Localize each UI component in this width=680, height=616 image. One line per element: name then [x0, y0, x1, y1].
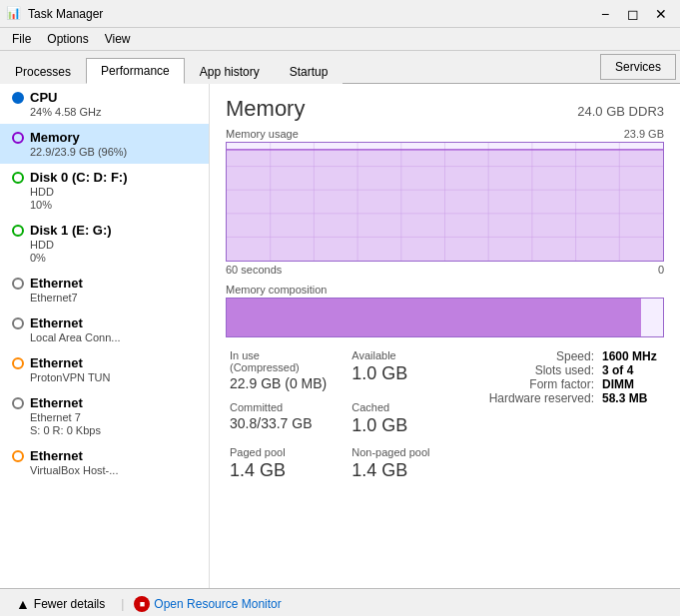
non-paged-pool-value: 1.4 GB	[351, 460, 449, 481]
speed-label: Speed:	[474, 349, 602, 363]
composition-label: Memory composition	[226, 284, 664, 296]
fewer-details-label: Fewer details	[34, 597, 105, 611]
disk0-sub1: HDD	[12, 186, 199, 198]
form-value: DIMM	[602, 377, 664, 391]
sidebar-item-cpu[interactable]: CPU 24% 4.58 GHz	[0, 84, 209, 124]
minimize-button[interactable]: −	[592, 4, 618, 24]
bottom-bar: ▲ Fewer details | ■ Open Resource Monito…	[0, 588, 680, 616]
eth3-label: Ethernet	[30, 355, 83, 370]
disk1-status-dot	[12, 225, 24, 237]
memory-header: Memory 24.0 GB DDR3	[226, 96, 664, 122]
cpu-label: CPU	[30, 90, 57, 105]
memory-title: Memory	[226, 96, 305, 122]
sidebar-item-eth4[interactable]: Ethernet Ethernet 7 S: 0 R: 0 Kbps	[0, 389, 209, 442]
committed-value: 30.8/33.7 GB	[230, 415, 328, 431]
committed-label: Committed	[230, 401, 328, 413]
in-use-label: In use (Compressed)	[230, 349, 328, 373]
cpu-sub: 24% 4.58 GHz	[12, 106, 199, 118]
usage-chart-section: Memory usage 23.9 GB	[226, 128, 664, 276]
eth2-status-dot	[12, 317, 24, 329]
paged-pool-label: Paged pool	[230, 446, 328, 458]
stats-grid: In use (Compressed) 22.9 GB (0 MB) Avail…	[226, 349, 454, 481]
stat-in-use: In use (Compressed) 22.9 GB (0 MB)	[226, 349, 332, 391]
disk0-status-dot	[12, 172, 24, 184]
right-stats-speed-row: Speed: 1600 MHz	[474, 349, 664, 363]
tab-app-history[interactable]: App history	[185, 59, 275, 84]
maximize-button[interactable]: ◻	[620, 4, 646, 24]
memory-composition-chart	[226, 298, 664, 337]
open-resource-monitor-link[interactable]: ■ Open Resource Monitor	[134, 596, 281, 612]
eth4-sub2: S: 0 R: 0 Kbps	[12, 424, 199, 436]
eth2-label: Ethernet	[30, 315, 83, 330]
fewer-details-button[interactable]: ▲ Fewer details	[10, 594, 111, 614]
memory-usage-chart	[226, 142, 664, 262]
tab-bar: Processes Performance App history Startu…	[0, 51, 680, 84]
slots-value: 3 of 4	[602, 363, 664, 377]
tab-services[interactable]: Services	[600, 54, 676, 80]
hw-reserved-value: 58.3 MB	[602, 391, 664, 405]
main-content: CPU 24% 4.58 GHz Memory 22.9/23.9 GB (96…	[0, 84, 680, 588]
sidebar-item-eth2[interactable]: Ethernet Local Area Conn...	[0, 309, 209, 349]
resource-monitor-icon: ■	[134, 596, 150, 612]
eth5-label: Ethernet	[30, 448, 83, 463]
eth1-sub: Ethernet7	[12, 292, 199, 304]
stat-non-paged-pool: Non-paged pool 1.4 GB	[347, 446, 453, 481]
sidebar-item-memory[interactable]: Memory 22.9/23.9 GB (96%)	[0, 124, 209, 164]
eth4-sub1: Ethernet 7	[12, 411, 199, 423]
menu-view[interactable]: View	[97, 30, 139, 48]
disk0-sub2: 10%	[12, 199, 199, 211]
sidebar-item-disk1[interactable]: Disk 1 (E: G:) HDD 0%	[0, 217, 209, 270]
svg-marker-13	[227, 150, 663, 261]
right-stats-form-row: Form factor: DIMM	[474, 377, 664, 391]
chart-label: Memory usage 23.9 GB	[226, 128, 664, 140]
eth5-status-dot	[12, 450, 24, 462]
stat-available: Available 1.0 GB	[347, 349, 453, 391]
eth1-status-dot	[12, 278, 24, 290]
stat-committed: Committed 30.8/33.7 GB	[226, 401, 332, 436]
sidebar-item-disk0[interactable]: Disk 0 (C: D: F:) HDD 10%	[0, 164, 209, 217]
menu-options[interactable]: Options	[39, 30, 96, 48]
window-controls: − ◻ ✕	[592, 4, 674, 24]
menu-bar: File Options View	[0, 28, 680, 51]
right-stats-hw-reserved-row: Hardware reserved: 58.3 MB	[474, 391, 664, 405]
eth3-sub: ProtonVPN TUN	[12, 371, 199, 383]
sidebar-item-eth1[interactable]: Ethernet Ethernet7	[0, 270, 209, 309]
stats-section: In use (Compressed) 22.9 GB (0 MB) Avail…	[226, 349, 664, 481]
memory-spec: 24.0 GB DDR3	[577, 104, 664, 119]
tab-performance[interactable]: Performance	[86, 58, 185, 84]
memory-sub: 22.9/23.9 GB (96%)	[12, 146, 199, 158]
in-use-value: 22.9 GB (0 MB)	[230, 375, 328, 391]
app-icon: 📊	[6, 6, 22, 22]
disk1-label: Disk 1 (E: G:)	[30, 223, 112, 238]
tab-startup[interactable]: Startup	[275, 59, 343, 84]
right-stats-slots-row: Slots used: 3 of 4	[474, 363, 664, 377]
separator: |	[121, 597, 124, 611]
right-panel: Memory 24.0 GB DDR3 Memory usage 23.9 GB	[210, 84, 680, 588]
eth2-sub: Local Area Conn...	[12, 331, 199, 343]
right-stats-table: Speed: 1600 MHz Slots used: 3 of 4 Form …	[474, 349, 664, 405]
right-stats: Speed: 1600 MHz Slots used: 3 of 4 Form …	[454, 349, 664, 481]
eth1-label: Ethernet	[30, 276, 83, 291]
tab-processes[interactable]: Processes	[0, 59, 86, 84]
cpu-status-dot	[12, 92, 24, 104]
chart-time: 60 seconds 0	[226, 264, 664, 276]
sidebar-item-eth5[interactable]: Ethernet VirtualBox Host-...	[0, 442, 209, 482]
non-paged-pool-label: Non-paged pool	[351, 446, 449, 458]
stat-paged-pool: Paged pool 1.4 GB	[226, 446, 332, 481]
resource-monitor-label: Open Resource Monitor	[154, 597, 281, 611]
sidebar: CPU 24% 4.58 GHz Memory 22.9/23.9 GB (96…	[0, 84, 210, 588]
slots-label: Slots used:	[474, 363, 602, 377]
sidebar-item-eth3[interactable]: Ethernet ProtonVPN TUN	[0, 349, 209, 389]
stat-cached: Cached 1.0 GB	[347, 401, 453, 436]
disk0-label: Disk 0 (C: D: F:)	[30, 170, 128, 185]
time-label: 60 seconds	[226, 264, 282, 276]
menu-file[interactable]: File	[4, 30, 39, 48]
eth4-status-dot	[12, 397, 24, 409]
disk1-sub2: 0%	[12, 252, 199, 264]
left-stats: In use (Compressed) 22.9 GB (0 MB) Avail…	[226, 349, 454, 481]
chevron-up-icon: ▲	[16, 596, 30, 612]
cached-label: Cached	[351, 401, 449, 413]
paged-pool-value: 1.4 GB	[230, 460, 328, 481]
close-button[interactable]: ✕	[648, 4, 674, 24]
cached-value: 1.0 GB	[351, 415, 449, 436]
